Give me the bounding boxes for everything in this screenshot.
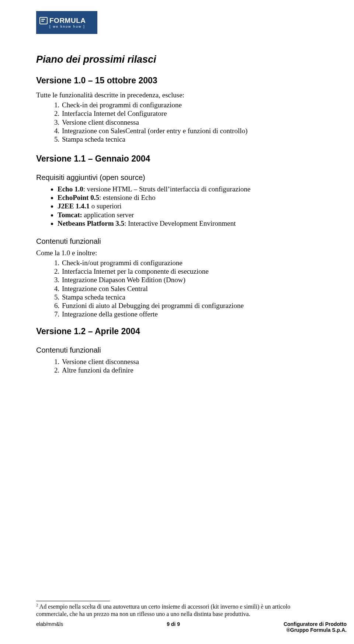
list-item: Versione client disconnessa xyxy=(61,357,318,366)
svg-rect-2 xyxy=(41,21,44,22)
list-item: Integrazione della gestione offerte xyxy=(61,310,318,318)
bullet-rest: : estensione di Echo xyxy=(99,194,156,201)
list-item: Check-in/out programmi di configurazione xyxy=(61,259,318,267)
list-item: Stampa scheda tecnica xyxy=(61,293,318,301)
bullet-rest: application server xyxy=(82,211,134,219)
bullet-label: Netbeans Platform 3.5 xyxy=(58,219,124,227)
list-item: Integrazione Diapason Web Edition (Dnow) xyxy=(61,276,318,284)
bullet-rest: : versione HTML – Struts dell’interfacci… xyxy=(83,185,251,193)
brand-tagline: [ we know how ] xyxy=(49,25,97,28)
list-item: Altre funzioni da definire xyxy=(61,366,318,374)
list-item: J2EE 1.4.1 o superiori xyxy=(58,202,318,210)
footer-right-line1: Configuratore di Prodotto xyxy=(284,621,347,627)
page-footer: elab/mm&ls 9 di 9 Configuratore di Prodo… xyxy=(36,621,347,633)
bullet-rest: : Interactive Development Environment xyxy=(124,219,236,227)
footnote-text: Ad esempio nella scelta di una autovettu… xyxy=(36,604,290,617)
list-item: Funzioni di aiuto al Debugging dei progr… xyxy=(61,301,318,310)
list-item: Interfaccia Internet del Configuratore xyxy=(61,109,318,118)
v10-intro: Tutte le funzionalità descritte in prece… xyxy=(36,91,318,99)
section-heading-v10: Versione 1.0 – 15 ottobre 2003 xyxy=(36,76,318,86)
v11-requirements-list: Echo 1.0: versione HTML – Struts dell’in… xyxy=(58,185,318,228)
list-item: Versione client disconnessa xyxy=(61,118,318,127)
bullet-rest: o superiori xyxy=(90,202,122,210)
footer-page-number: 9 di 9 xyxy=(63,621,284,633)
v11-content-heading: Contenuti funzionali xyxy=(36,237,318,246)
v11-content-intro: Come la 1.0 e inoltre: xyxy=(36,249,318,257)
v11-req-heading: Requisiti aggiuntivi (open source) xyxy=(36,173,318,182)
svg-rect-1 xyxy=(41,19,45,20)
footer-right-line2: ®Gruppo Formula S.p.A. xyxy=(284,627,347,633)
page-title: Piano dei prossimi rilasci xyxy=(36,54,318,65)
list-item: Integrazione con Sales Central xyxy=(61,284,318,293)
v11-content-list: Check-in/out programmi di configurazione… xyxy=(61,259,318,318)
list-item: EchoPoint 0.5: estensione di Echo xyxy=(58,193,318,202)
bullet-label: Echo 1.0 xyxy=(58,185,83,193)
list-item: Interfaccia Internet per la componente d… xyxy=(61,267,318,276)
brand-name: FORMULA xyxy=(49,17,86,25)
list-item: Echo 1.0: versione HTML – Struts dell’in… xyxy=(58,185,318,193)
section-heading-v12: Versione 1.2 – Aprile 2004 xyxy=(36,326,318,336)
list-item: Tomcat: application server xyxy=(58,211,318,219)
list-item: Integrazione con SalesCentral (order ent… xyxy=(61,127,318,135)
bullet-label: EchoPoint 0.5 xyxy=(58,194,99,201)
list-item: Stampa scheda tecnica xyxy=(61,135,318,143)
list-item: Netbeans Platform 3.5: Interactive Devel… xyxy=(58,219,318,228)
footnote: 2 Ad esempio nella scelta di una autovet… xyxy=(36,603,318,617)
footer-left: elab/mm&ls xyxy=(36,621,63,633)
logo-mark-icon xyxy=(39,17,48,25)
v12-content-list: Versione client disconnessa Altre funzio… xyxy=(61,357,318,374)
footnote-separator xyxy=(36,601,110,601)
list-item: Check-in dei programmi di configurazione xyxy=(61,101,318,109)
bullet-label: J2EE 1.4.1 xyxy=(58,202,90,210)
v12-content-heading: Contenuti funzionali xyxy=(36,346,318,354)
v10-list: Check-in dei programmi di configurazione… xyxy=(61,101,318,143)
bullet-label: Tomcat: xyxy=(58,211,82,219)
section-heading-v11: Versione 1.1 – Gennaio 2004 xyxy=(36,154,318,164)
brand-logo: FORMULA [ we know how ] xyxy=(36,11,97,34)
